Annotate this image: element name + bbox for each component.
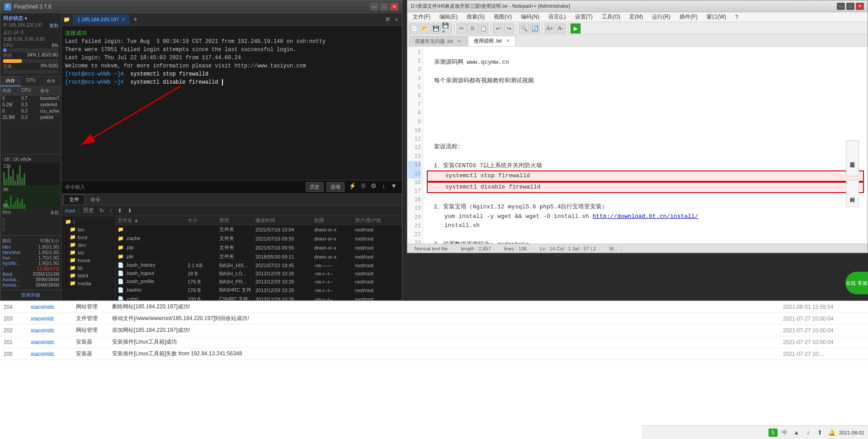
tool-cut[interactable]: ✂ — [457, 24, 467, 33]
log-row[interactable]: 200 xiaoxinidc 安装器 安装插件[Linux工具箱]失败 from… — [0, 348, 868, 360]
op-time-btn[interactable]: 操作时间 — [846, 180, 859, 207]
online-service-btn[interactable]: 在线 客服 — [845, 272, 868, 294]
log-row[interactable]: 204 xiaoxinidc 网站管理 删除网站[185.184.220.197… — [0, 301, 868, 313]
grid-icon[interactable]: ⊞ — [384, 16, 391, 23]
add-tab-btn[interactable]: + — [132, 15, 139, 24]
history-btn[interactable]: 历史 — [306, 182, 324, 192]
file-row[interactable]: 📁.cache 文件夹 2021/07/16 09:55 drwxr-xr-x … — [116, 234, 402, 243]
tree-item-home[interactable]: 📁 home — [63, 256, 113, 264]
npp-minimize-btn[interactable]: — — [837, 3, 845, 10]
file-row[interactable]: 📄.bash_profile 176 B BASH_PR... 2013/12/… — [116, 278, 402, 286]
menu-edit[interactable]: 编辑(E) — [436, 12, 461, 22]
history-icon[interactable]: 历史 — [82, 207, 95, 214]
tool-zoom-in[interactable]: A+ — [545, 24, 555, 33]
tool-zoom-out[interactable]: A- — [556, 24, 566, 33]
tool-paste[interactable]: 📋 — [478, 24, 488, 33]
file-row[interactable]: 📄.bashrc 176 B BASHRC 文件 2013/12/29 10:2… — [116, 286, 402, 295]
options-btn[interactable]: 选项 — [326, 182, 344, 192]
collapse-icon[interactable]: ▼ — [389, 182, 398, 192]
tree-item-dev[interactable]: 📁 dev — [63, 241, 113, 249]
tray-sound-icon[interactable]: ♪ — [804, 428, 813, 437]
tab-command[interactable]: 命令 — [85, 195, 106, 204]
npp-close-btn[interactable]: ✕ — [856, 3, 864, 10]
log-row[interactable]: 201 xiaoxinidc 安装器 安装插件[Linux工具箱]成功 2021… — [0, 336, 868, 348]
tool-redo[interactable]: ↪ — [504, 24, 514, 33]
maximize-button[interactable]: □ — [380, 3, 388, 10]
refresh-icon[interactable]: ↻ — [98, 208, 105, 214]
tree-item-lib64[interactable]: 📁 lib64 — [63, 272, 113, 279]
login-upgrade-btn[interactable]: 登录/升级 — [0, 290, 61, 300]
file-row[interactable]: 📁.pki 文件夹 2018/05/30 09:11 drwxr-xr-x ro… — [116, 252, 402, 261]
file-row[interactable]: 📄.cshrc 100 B CSHRC 文件 2013/12/29 10:26 … — [116, 295, 402, 300]
npp-tab-readme[interactable]: 使用说明 .txt ✕ — [468, 36, 516, 46]
tool-run[interactable]: ▶ — [571, 24, 580, 33]
menu-lang[interactable]: 语言(L) — [545, 12, 570, 22]
tray-lang-icon[interactable]: 中 — [780, 428, 789, 437]
minimize-button[interactable]: — — [370, 3, 378, 10]
lightning-icon[interactable]: ⚡ — [347, 182, 358, 192]
tab-cpu[interactable]: CPU — [21, 76, 41, 86]
log-id: 200 — [4, 351, 31, 357]
terminal[interactable]: 连接成功 Last failed login: Tue Aug 3 00:34:… — [61, 26, 402, 180]
tool-open[interactable]: 📂 — [420, 24, 430, 33]
download-file-icon[interactable]: ⬇ — [126, 208, 133, 214]
npp-link[interactable]: http://download.bt.cn/install/ — [593, 213, 698, 220]
log-row[interactable]: 202 xiaoxinidc 网站管理 添加网站[185.184.220.197… — [0, 325, 868, 336]
menu-icon[interactable]: ≡ — [393, 16, 400, 23]
npp-maximize-btn[interactable]: □ — [846, 3, 854, 10]
tree-item-label: boot — [78, 235, 87, 240]
menu-file[interactable]: 文件(F) — [409, 12, 434, 22]
tree-item-boot[interactable]: 📁 boot — [63, 233, 113, 241]
cmd-input-field[interactable] — [89, 184, 306, 190]
tool-save[interactable]: 💾 — [431, 24, 441, 33]
tree-item-lib[interactable]: 📁 lib — [63, 264, 113, 272]
tree-item-media[interactable]: 📁 media — [63, 279, 113, 287]
menu-tools[interactable]: 工具(O) — [598, 12, 624, 22]
file-row[interactable]: 📁.pip 文件夹 2021/07/16 09:55 drwxr-xr-x ro… — [116, 243, 402, 252]
tool-find[interactable]: 🔍 — [519, 24, 529, 33]
tab-close-btn[interactable]: ✕ — [122, 17, 125, 22]
npp-tab-faq[interactable]: 搭建常见问题 .txt ✕ — [409, 36, 467, 46]
tray-network-icon[interactable]: ⬆ — [816, 428, 825, 437]
menu-window[interactable]: 窗口(W) — [703, 12, 730, 22]
copy-icon[interactable]: ⎘ — [360, 182, 367, 192]
panel-log-btn[interactable]: 面板运行日志 — [846, 140, 859, 176]
upload-icon[interactable]: ⬆ — [116, 208, 123, 214]
tool-save-all[interactable]: 💾+ — [442, 24, 452, 33]
npp-text-editor[interactable]: 亲测源码网 www.qcymw.cn 每个亲测源码都有视频教程和测试视频 架设流… — [423, 47, 868, 244]
tab-memory[interactable]: 内存 — [0, 76, 21, 86]
menu-encode[interactable]: 编码(N) — [517, 12, 543, 22]
server-tab[interactable]: 1 185.184.220.197 ✕ — [73, 14, 130, 24]
up-icon[interactable]: ↑ — [108, 208, 113, 214]
log-row[interactable]: 203 xiaoxinidc 文件管理 移动文件[/www/wwwroot/18… — [0, 313, 868, 325]
tool-copy[interactable]: ⎘ — [467, 24, 477, 33]
tool-undo[interactable]: ↩ — [493, 24, 503, 33]
menu-view[interactable]: 视图(V) — [490, 12, 515, 22]
menu-search[interactable]: 搜索(S) — [463, 12, 488, 22]
tab-file[interactable]: 文件 — [63, 194, 85, 204]
tab-readme-close[interactable]: ✕ — [506, 38, 510, 43]
menu-run[interactable]: 运行(R) — [648, 12, 674, 22]
tray-up-icon[interactable]: ▲ — [792, 428, 801, 437]
npp-statusbar: Normal text file length : 2,857 lines : … — [407, 244, 868, 253]
menu-settings[interactable]: 设置(T) — [571, 12, 596, 22]
tab-commands[interactable]: 命令 — [41, 76, 61, 86]
copy-ip-btn[interactable]: 复制 — [49, 23, 58, 29]
tool-replace[interactable]: 🔄 — [530, 24, 540, 33]
menu-macro[interactable]: 宏(M) — [626, 12, 646, 22]
tree-item-etc[interactable]: 📁 etc — [63, 249, 113, 256]
menu-help[interactable]: ? — [731, 13, 742, 21]
tab-faq-close[interactable]: ✕ — [457, 38, 461, 44]
tool-new[interactable]: 📄 — [409, 24, 419, 33]
file-row[interactable]: 📄.bash_history 2.1 KB BASH_HIS... 2021/0… — [116, 261, 402, 269]
close-button[interactable]: ✕ — [390, 3, 398, 10]
file-row[interactable]: 📁. 文件夹 2021/07/16 10:04 drwxr-xr-x root/… — [116, 225, 402, 234]
net-bar — [5, 179, 7, 185]
file-row[interactable]: 📄.bash_logout 18 B BASH_LO... 2013/12/29… — [116, 269, 402, 278]
settings-icon[interactable]: ⚙ — [369, 182, 378, 192]
tray-notify-icon[interactable]: 🔔 — [827, 428, 836, 437]
download-icon[interactable]: ↓ — [381, 182, 387, 192]
tree-item-bin[interactable]: 📁 bin — [63, 226, 113, 233]
tree-item-root[interactable]: 📁 / — [63, 218, 113, 226]
menu-plugins[interactable]: 插件(P) — [676, 12, 701, 22]
